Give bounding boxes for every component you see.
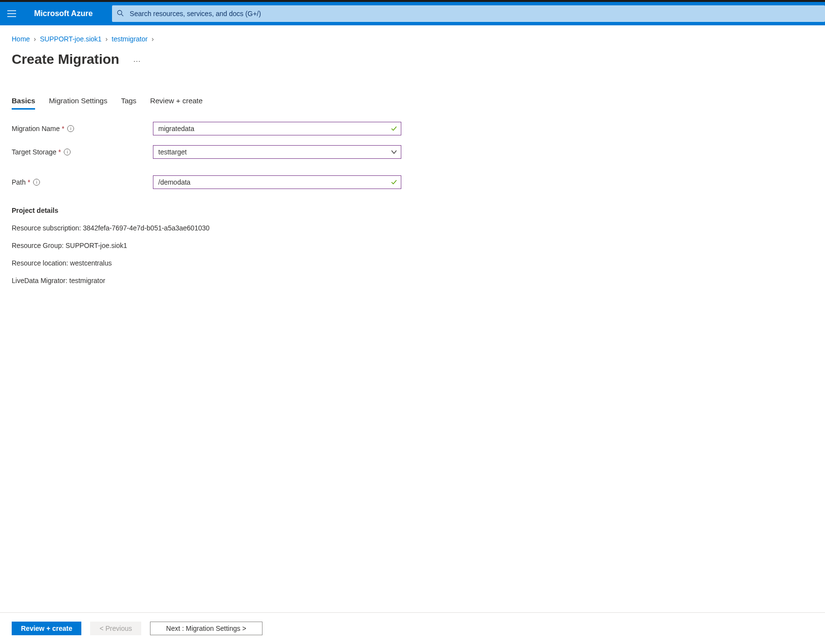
- tab-basics[interactable]: Basics: [12, 95, 35, 110]
- search-icon: [117, 10, 129, 18]
- chevron-right-icon: ›: [106, 35, 108, 43]
- target-storage-select[interactable]: [153, 145, 401, 159]
- target-storage-label: Target Storage * i: [12, 148, 153, 156]
- chevron-right-icon: ›: [34, 35, 36, 43]
- tab-tags[interactable]: Tags: [121, 95, 136, 110]
- top-bar: Microsoft Azure: [0, 2, 825, 25]
- menu-icon[interactable]: [0, 10, 23, 17]
- tab-review-create[interactable]: Review + create: [150, 95, 203, 110]
- project-details-heading: Project details: [12, 207, 813, 214]
- tab-migration-settings[interactable]: Migration Settings: [49, 95, 107, 110]
- path-input[interactable]: [153, 175, 401, 189]
- required-icon: *: [62, 125, 64, 133]
- global-search[interactable]: [112, 5, 825, 22]
- info-icon[interactable]: i: [33, 179, 40, 186]
- chevron-right-icon: ›: [151, 35, 154, 43]
- svg-line-4: [122, 14, 124, 16]
- detail-group: Resource Group: SUPPORT-joe.siok1: [12, 242, 813, 249]
- svg-point-3: [118, 10, 122, 15]
- review-create-button[interactable]: Review + create: [12, 622, 81, 635]
- tabs: Basics Migration Settings Tags Review + …: [12, 95, 813, 110]
- previous-button: < Previous: [90, 622, 141, 635]
- breadcrumb: Home › SUPPORT-joe.siok1 › testmigrator …: [12, 25, 813, 43]
- search-input[interactable]: [129, 9, 820, 18]
- check-icon: [391, 179, 397, 186]
- detail-subscription: Resource subscription: 3842fefa-7697-4e7…: [12, 224, 813, 232]
- required-icon: *: [58, 148, 61, 156]
- info-icon[interactable]: i: [67, 125, 74, 132]
- breadcrumb-resource[interactable]: testmigrator: [112, 35, 148, 43]
- check-icon: [391, 125, 397, 132]
- chevron-down-icon[interactable]: [391, 149, 397, 155]
- detail-migrator: LiveData Migrator: testmigrator: [12, 277, 813, 284]
- more-icon[interactable]: …: [133, 55, 142, 64]
- migration-name-label: Migration Name * i: [12, 125, 153, 133]
- detail-location: Resource location: westcentralus: [12, 259, 813, 267]
- next-button[interactable]: Next : Migration Settings >: [150, 622, 262, 635]
- page-title: Create Migration: [12, 52, 119, 67]
- breadcrumb-group[interactable]: SUPPORT-joe.siok1: [40, 35, 102, 43]
- breadcrumb-home[interactable]: Home: [12, 35, 30, 43]
- required-icon: *: [28, 178, 30, 186]
- info-icon[interactable]: i: [64, 149, 71, 155]
- wizard-footer: Review + create < Previous Next : Migrat…: [0, 612, 825, 644]
- path-label: Path * i: [12, 178, 153, 186]
- brand-title[interactable]: Microsoft Azure: [34, 9, 93, 18]
- migration-name-input[interactable]: [153, 122, 401, 135]
